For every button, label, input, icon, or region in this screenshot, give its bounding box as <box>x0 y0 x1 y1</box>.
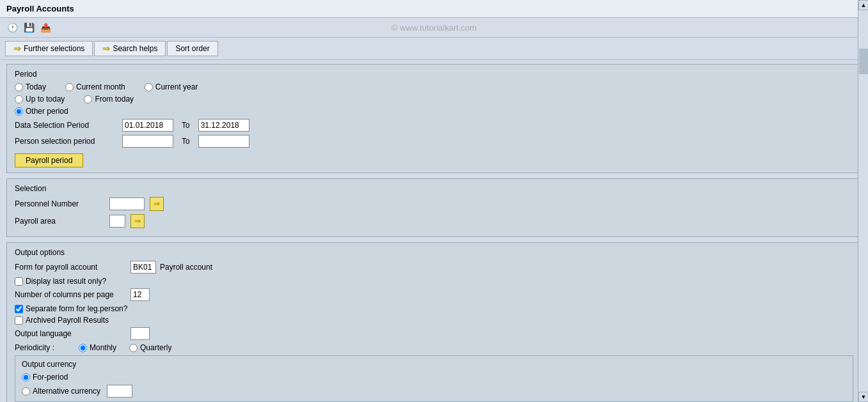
payroll-area-match-btn[interactable]: ⇒ <box>130 214 145 228</box>
display-last-result-label[interactable]: Display last result only? <box>26 277 106 286</box>
radio-from-today-label[interactable]: From today <box>95 95 134 104</box>
columns-per-page-label: Number of columns per page <box>15 290 127 299</box>
radio-alternative-currency[interactable]: Alternative currency <box>22 385 846 398</box>
title-bar: Payroll Accounts <box>0 0 868 18</box>
radio-quarterly-input[interactable] <box>129 344 138 352</box>
radio-from-today-input[interactable] <box>84 95 92 104</box>
radio-current-month[interactable]: Current month <box>65 82 125 91</box>
payroll-area-row: Payroll area ⇒ <box>15 214 853 228</box>
radio-quarterly-label[interactable]: Quarterly <box>140 343 171 352</box>
payroll-area-arrow-icon: ⇒ <box>134 217 141 226</box>
tab-further-selections[interactable]: ⇒ Further selections <box>5 41 93 56</box>
radio-today-label[interactable]: Today <box>26 82 46 91</box>
search-helps-arrow-icon: ⇒ <box>102 43 110 54</box>
personnel-number-input[interactable] <box>109 197 145 210</box>
data-selection-to-input[interactable] <box>198 119 249 132</box>
tab-sort-order[interactable]: Sort order <box>167 41 217 56</box>
separate-form-checkbox[interactable] <box>15 305 23 313</box>
form-payroll-label: Form for payroll account <box>15 263 127 272</box>
period-radio-other: Other period <box>15 107 853 116</box>
personnel-number-arrow-icon: ⇒ <box>154 199 160 208</box>
tab-search-helps[interactable]: ⇒ Search helps <box>94 41 166 56</box>
tabs-bar: ⇒ Further selections ⇒ Search helps Sort… <box>0 38 868 60</box>
output-currency-section: Output currency For-period Alternative c… <box>15 355 853 402</box>
data-selection-to-label: To <box>182 121 190 130</box>
columns-per-page-input[interactable] <box>130 288 150 301</box>
radio-other-period-input[interactable] <box>15 107 23 116</box>
radio-for-period-input[interactable] <box>22 373 30 382</box>
scroll-down-arrow[interactable]: ▼ <box>858 392 868 402</box>
form-payroll-row: Form for payroll account Payroll account <box>15 261 853 274</box>
scrollbar[interactable]: ▲ ▼ <box>858 0 868 402</box>
display-last-result-row: Display last result only? <box>15 277 853 286</box>
periodicity-label: Periodicity : <box>15 343 66 352</box>
periodicity-row: Periodicity : Monthly Quarterly <box>15 343 853 352</box>
radio-current-year-input[interactable] <box>145 83 153 91</box>
personnel-number-match-btn[interactable]: ⇒ <box>150 197 164 211</box>
selection-section-title: Selection <box>15 184 853 193</box>
radio-monthly[interactable]: Monthly <box>79 343 116 352</box>
person-selection-period-label: Person selection period <box>15 137 117 146</box>
data-selection-period-label: Data Selection Period <box>15 121 117 130</box>
radio-from-today[interactable]: From today <box>84 95 134 104</box>
columns-per-page-row: Number of columns per page <box>15 288 853 301</box>
watermark: © www.tutorialkart.com <box>391 23 477 33</box>
radio-current-month-label[interactable]: Current month <box>76 82 125 91</box>
tab-search-helps-label: Search helps <box>113 44 157 53</box>
payroll-area-label: Payroll area <box>15 217 104 226</box>
output-language-row: Output language <box>15 327 853 340</box>
period-section: Period Today Current month Current year … <box>6 64 862 173</box>
radio-today-input[interactable] <box>15 83 23 91</box>
output-currency-title: Output currency <box>22 360 846 369</box>
output-language-label: Output language <box>15 329 127 338</box>
radio-for-period[interactable]: For-period <box>22 373 846 382</box>
radio-up-to-today-input[interactable] <box>15 95 23 104</box>
radio-up-to-today[interactable]: Up to today <box>15 95 65 104</box>
archived-payroll-label[interactable]: Archived Payroll Results <box>26 316 109 325</box>
radio-other-period[interactable]: Other period <box>15 107 68 116</box>
export-icon[interactable]: 📤 <box>38 20 52 35</box>
alternative-currency-input[interactable] <box>107 385 132 398</box>
radio-other-period-label[interactable]: Other period <box>26 107 68 116</box>
person-selection-from-input[interactable] <box>122 135 173 148</box>
radio-monthly-label[interactable]: Monthly <box>90 343 116 352</box>
period-radio-row2: Up to today From today <box>15 95 853 104</box>
radio-up-to-today-label[interactable]: Up to today <box>26 95 65 104</box>
separate-form-row: Separate form for leg.person? <box>15 304 853 313</box>
scroll-up-arrow[interactable]: ▲ <box>858 0 868 10</box>
radio-monthly-input[interactable] <box>79 344 87 352</box>
form-payroll-text: Payroll account <box>160 263 212 272</box>
person-selection-period-row: Person selection period To <box>15 135 853 148</box>
scroll-thumb[interactable] <box>859 49 868 74</box>
page-title: Payroll Accounts <box>6 4 74 13</box>
data-selection-from-input[interactable] <box>122 119 173 132</box>
output-options-section: Output options Form for payroll account … <box>6 242 862 402</box>
payroll-area-input[interactable] <box>109 215 125 228</box>
personnel-number-row: Personnel Number ⇒ <box>15 197 853 211</box>
radio-today[interactable]: Today <box>15 82 46 91</box>
archived-payroll-checkbox[interactable] <box>15 316 23 325</box>
period-radio-row1: Today Current month Current year <box>15 82 853 91</box>
output-language-input[interactable] <box>130 327 150 340</box>
separate-form-label[interactable]: Separate form for leg.person? <box>26 304 127 313</box>
form-payroll-code-input[interactable] <box>130 261 156 274</box>
selection-section: Selection Personnel Number ⇒ Payroll are… <box>6 178 862 237</box>
person-selection-to-input[interactable] <box>198 135 249 148</box>
radio-current-year[interactable]: Current year <box>145 82 198 91</box>
tab-further-selections-label: Further selections <box>24 44 84 53</box>
toolbar: 🕐 💾 📤 © www.tutorialkart.com <box>0 18 868 38</box>
display-last-result-checkbox[interactable] <box>15 277 23 286</box>
save-icon[interactable]: 💾 <box>22 20 36 35</box>
radio-alt-currency-input[interactable] <box>22 387 30 396</box>
further-selections-arrow-icon: ⇒ <box>13 43 21 54</box>
radio-current-month-input[interactable] <box>65 83 74 91</box>
clock-icon[interactable]: 🕐 <box>5 20 19 35</box>
payroll-period-button[interactable]: Payroll period <box>15 153 83 167</box>
radio-alt-currency-label[interactable]: Alternative currency <box>33 387 100 396</box>
radio-current-year-label[interactable]: Current year <box>155 82 198 91</box>
data-selection-period-row: Data Selection Period To <box>15 119 853 132</box>
main-content: Period Today Current month Current year … <box>0 60 868 402</box>
person-selection-to-label: To <box>182 137 190 146</box>
radio-quarterly[interactable]: Quarterly <box>129 343 171 352</box>
radio-for-period-label[interactable]: For-period <box>33 373 68 382</box>
